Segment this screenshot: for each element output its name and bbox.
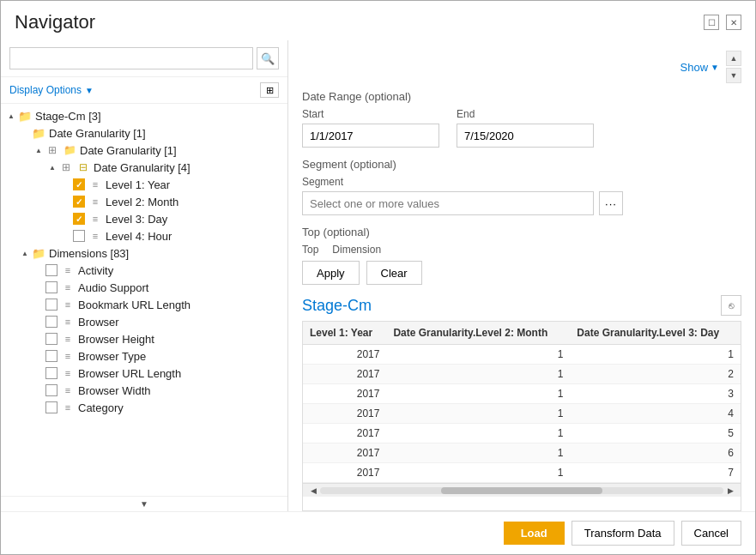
table-scroll-container[interactable]: Level 1: Year Date Granularity.Level 2: …: [303, 322, 741, 483]
segment-more-button[interactable]: ···: [599, 191, 623, 215]
checkbox-browser-width[interactable]: [45, 384, 57, 396]
right-scroll-up[interactable]: ▲: [726, 51, 741, 66]
checkbox-category[interactable]: [45, 401, 57, 413]
end-input[interactable]: [457, 124, 594, 148]
tree-container[interactable]: ▲ 📁 Stage-Cm [3] 📁 Date Granularity [1] …: [1, 104, 287, 496]
bottom-bar: Load Transform Data Cancel: [1, 511, 755, 554]
checkbox-browser-type[interactable]: [45, 350, 57, 362]
tree-item-browser-width[interactable]: ≡ Browser Width: [1, 382, 287, 399]
table-cell: 4: [570, 404, 741, 424]
minimize-button[interactable]: ☐: [704, 15, 719, 30]
table-row: 201712: [303, 365, 741, 384]
chevron-down-icon: ▼: [85, 86, 94, 95]
tree-item-level-month[interactable]: ≡ Level 2: Month: [1, 193, 287, 210]
top-field: Top: [302, 244, 318, 256]
tree-item-category[interactable]: ≡ Category: [1, 399, 287, 416]
expand-icon-date-gran-3[interactable]: ▲: [45, 160, 59, 174]
tree-item-level-hour[interactable]: ≡ Level 4: Hour: [1, 227, 287, 244]
checkbox-browser-height[interactable]: [45, 333, 57, 345]
load-button[interactable]: Load: [504, 522, 565, 545]
table-cell: 1: [386, 384, 570, 404]
folder-icon-date-gran-2: 📁: [63, 143, 76, 157]
expand-icon-level-year: [59, 178, 73, 191]
clear-button[interactable]: Clear: [366, 261, 422, 285]
search-button[interactable]: 🔍: [257, 47, 279, 69]
expand-icon-date-gran-1[interactable]: [18, 126, 32, 140]
checkbox-level-hour[interactable]: [73, 230, 85, 242]
expand-icon-browser-height: [32, 332, 45, 346]
checkbox-browser-url-length[interactable]: [45, 367, 57, 379]
close-button[interactable]: ✕: [726, 15, 741, 30]
expand-icon-stage-cm[interactable]: ▲: [4, 109, 18, 123]
transform-button[interactable]: Transform Data: [572, 521, 674, 546]
tree-label-activity: Activity: [78, 264, 113, 277]
table-view-icon[interactable]: ⊞: [260, 82, 279, 98]
checkbox-level-day[interactable]: [73, 213, 85, 225]
show-button[interactable]: Show ▼: [680, 51, 719, 83]
checkbox-browser[interactable]: [45, 316, 57, 328]
field-icon-audio-support: ≡: [61, 281, 75, 294]
cancel-button[interactable]: Cancel: [681, 521, 741, 546]
expand-icon-browser-type: [32, 349, 45, 363]
folder-icon-stage-cm: 📁: [18, 109, 32, 123]
tree-item-audio-support[interactable]: ≡ Audio Support: [1, 279, 287, 296]
horizontal-scrollbar[interactable]: ◀ ▶: [303, 483, 741, 497]
tree-item-stage-cm[interactable]: ▲ 📁 Stage-Cm [3]: [1, 107, 287, 124]
tree-item-date-gran-2[interactable]: ▲ ⊞ 📁 Date Granularity [1]: [1, 142, 287, 159]
chevron-down-icon: ▼: [140, 499, 148, 509]
checkbox-activity[interactable]: [45, 264, 57, 276]
right-scroll-down[interactable]: ▼: [726, 68, 741, 83]
expand-icon-browser-url-length: [32, 366, 45, 380]
tree-label-date-gran-2: Date Granularity [1]: [80, 144, 177, 157]
scrollbar-thumb[interactable]: [441, 487, 602, 494]
table-cell: 1: [386, 365, 570, 384]
scroll-right-button[interactable]: ▶: [723, 484, 737, 498]
expand-icon-browser-width: [32, 383, 45, 397]
start-field: Start: [302, 108, 439, 148]
segment-section: Segment (optional) Segment ···: [302, 158, 741, 215]
search-input[interactable]: [9, 47, 253, 69]
tree-label-browser-width: Browser Width: [78, 384, 151, 397]
tree-label-browser-height: Browser Height: [78, 333, 154, 346]
table-cell: 7: [570, 463, 741, 483]
table-row: 201711: [303, 345, 741, 365]
tree-item-date-gran-1[interactable]: 📁 Date Granularity [1]: [1, 124, 287, 142]
table-cell: 1: [386, 404, 570, 424]
tree-item-activity[interactable]: ≡ Activity: [1, 262, 287, 279]
table-cell: 2017: [303, 345, 386, 365]
search-icon: 🔍: [261, 52, 275, 65]
tree-scroll-down[interactable]: ▼: [1, 496, 287, 511]
checkbox-audio-support[interactable]: [45, 281, 57, 293]
tree-item-browser-type[interactable]: ≡ Browser Type: [1, 347, 287, 365]
expand-icon-dimensions[interactable]: ▲: [18, 246, 32, 260]
apply-button[interactable]: Apply: [302, 261, 360, 285]
tree-item-dimensions[interactable]: ▲ 📁 Dimensions [83]: [1, 244, 287, 262]
segment-input[interactable]: [302, 191, 594, 215]
preview-section: Stage-Cm ⎋ Level 1: Year Date Granularit…: [302, 295, 741, 511]
tree-item-bookmark-url[interactable]: ≡ Bookmark URL Length: [1, 296, 287, 313]
table-cell: 2017: [303, 365, 386, 384]
tree-item-browser-url-length[interactable]: ≡ Browser URL Length: [1, 365, 287, 382]
preview-export-button[interactable]: ⎋: [721, 295, 741, 316]
tree-item-level-day[interactable]: ≡ Level 3: Day: [1, 210, 287, 227]
tree-label-level-day: Level 3: Day: [106, 213, 167, 226]
checkbox-level-year[interactable]: [73, 178, 85, 190]
checkbox-bookmark-url[interactable]: [45, 299, 57, 311]
table-cell: 2017: [303, 384, 386, 404]
tree-item-level-year[interactable]: ≡ Level 1: Year: [1, 176, 287, 193]
col-header-year: Level 1: Year: [303, 322, 386, 345]
tree-item-date-gran-3[interactable]: ▲ ⊞ ⊟ Date Granularity [4]: [1, 159, 287, 176]
table2-icon-date-gran-3: ⊟: [76, 160, 90, 174]
folder-icon-dimensions: 📁: [32, 246, 45, 260]
scroll-left-button[interactable]: ◀: [306, 484, 320, 498]
dimension-label: Dimension: [332, 244, 381, 256]
expand-icon-date-gran-2[interactable]: ▲: [32, 143, 45, 157]
tree-item-browser-height[interactable]: ≡ Browser Height: [1, 330, 287, 347]
title-bar: Navigator ☐ ✕: [1, 1, 755, 40]
start-input[interactable]: [302, 124, 439, 148]
tree-item-browser[interactable]: ≡ Browser: [1, 313, 287, 330]
table-cell: 2017: [303, 443, 386, 463]
export-icon: ⎋: [729, 300, 735, 311]
display-options-button[interactable]: Display Options ▼: [9, 84, 94, 96]
checkbox-level-month[interactable]: [73, 196, 85, 208]
